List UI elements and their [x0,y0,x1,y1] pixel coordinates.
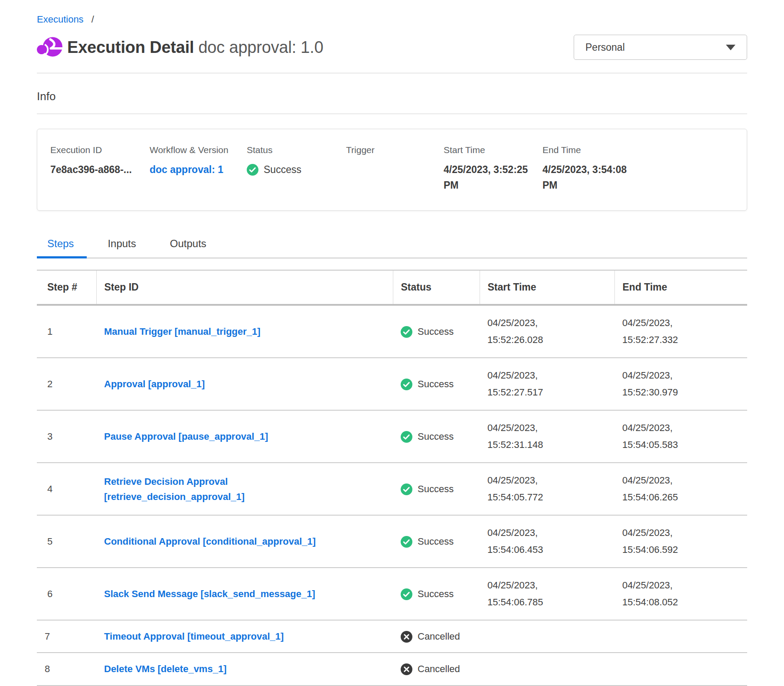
tab-outputs[interactable]: Outputs [157,235,219,258]
status-label: Cancelled [418,631,460,642]
steps-table: Step # Step ID Status Start Time End Tim… [37,270,747,686]
start-time: 04/25/2023, 15:52:27.517 [480,358,614,410]
step-id-cell: Manual Trigger [manual_trigger_1] [96,305,393,358]
column-header-start-time: Start Time [480,270,614,305]
tab-steps[interactable]: Steps [37,235,87,258]
end-time: 04/25/2023, 15:52:27.332 [614,305,747,358]
table-row: 8Delete VMs [delete_vms_1]Cancelled [37,653,747,685]
status-badge: Success [393,358,480,410]
status-badge: Success [393,463,480,515]
status-label: Success [418,431,454,442]
end-time: 04/25/2023, 15:54:06.592 [614,515,747,568]
step-number: 4 [37,463,96,515]
info-value: 4/25/2023, 3:54:08 PM [542,162,633,193]
info-label: Execution ID [50,145,150,155]
step-link[interactable]: Pause Approval [pause_approval_1] [104,429,268,444]
info-field-execution-id: Execution ID7e8ac396-a868-... [50,145,150,193]
status-label: Cancelled [418,663,460,674]
info-label: Start Time [444,145,542,155]
tab-inputs[interactable]: Inputs [95,235,149,258]
status-badge: Success [393,410,480,463]
cancelled-icon [401,631,412,643]
column-header-end-time: End Time [614,270,747,305]
status-badge: Success [393,515,480,568]
info-field-end-time: End Time4/25/2023, 3:54:08 PM [542,145,734,193]
success-icon [401,326,412,338]
step-id-cell: Retrieve Decision Approval [retrieve_dec… [96,463,393,515]
table-row: 3Pause Approval [pause_approval_1]Succes… [37,410,747,463]
scope-dropdown-value: Personal [585,42,625,53]
status-label: Success [264,162,301,178]
end-time: 04/25/2023, 15:54:06.265 [614,463,747,515]
step-link[interactable]: Slack Send Message [slack_send_message_1… [104,586,315,601]
info-field-start-time: Start Time4/25/2023, 3:52:25 PM [444,145,542,193]
execution-detail-page: Executions / Execution Detaildoc approva… [0,0,784,686]
page-title-group: Execution Detaildoc approval: 1.0 [37,35,323,60]
status-badge: Cancelled [393,653,480,685]
end-time: 04/25/2023, 15:52:30.979 [614,358,747,410]
info-field-status: StatusSuccess [247,145,346,193]
end-time [614,653,747,685]
end-time: 04/25/2023, 15:54:08.052 [614,568,747,620]
start-time [480,620,614,653]
status-label: Success [418,483,454,494]
success-icon [401,431,412,443]
column-header-step-number: Step # [37,270,96,305]
workflow-version-link[interactable]: doc approval: 1 [150,164,223,175]
info-field-trigger: Trigger [346,145,444,193]
status-label: Success [418,588,454,599]
success-icon [401,588,412,600]
info-value: 7e8ac396-a868-... [50,164,132,175]
tabs-bar: Steps Inputs Outputs [37,235,747,258]
table-row: 6Slack Send Message [slack_send_message_… [37,568,747,620]
step-id-cell: Slack Send Message [slack_send_message_1… [96,568,393,620]
step-number: 1 [37,305,96,358]
info-divider [37,114,747,114]
status-badge: Success [393,568,480,620]
steps-table-header: Step # Step ID Status Start Time End Tim… [37,270,747,305]
step-link[interactable]: Retrieve Decision Approval [retrieve_dec… [104,474,369,504]
workflow-brand-icon [37,35,63,60]
success-icon [247,164,258,176]
table-row: 1Manual Trigger [manual_trigger_1]Succes… [37,305,747,358]
header-row: Step # Step ID Status Start Time End Tim… [37,270,747,305]
success-icon [401,483,412,495]
step-link[interactable]: Timeout Approval [timeout_approval_1] [104,629,284,644]
step-link[interactable]: Manual Trigger [manual_trigger_1] [104,324,261,339]
info-label: Workflow & Version [150,145,247,155]
success-icon [401,379,412,390]
info-section-title: Info [37,90,747,103]
cancelled-icon [401,663,412,675]
info-field-workflow-version: Workflow & Versiondoc approval: 1 [150,145,247,193]
table-row: 2Approval [approval_1]Success04/25/2023,… [37,358,747,410]
status-label: Success [418,326,454,337]
step-link[interactable]: Conditional Approval [conditional_approv… [104,534,316,549]
step-id-cell: Conditional Approval [conditional_approv… [96,515,393,568]
table-row: 5Conditional Approval [conditional_appro… [37,515,747,568]
start-time: 04/25/2023, 15:54:06.785 [480,568,614,620]
column-header-step-id: Step ID [96,270,393,305]
info-label: End Time [542,145,734,155]
scope-dropdown[interactable]: Personal [574,35,747,60]
step-id-cell: Approval [approval_1] [96,358,393,410]
end-time: 04/25/2023, 15:54:05.583 [614,410,747,463]
column-header-status: Status [393,270,480,305]
header-divider [37,73,747,73]
step-number: 6 [37,568,96,620]
step-link[interactable]: Approval [approval_1] [104,376,205,392]
step-id-cell: Delete VMs [delete_vms_1] [96,653,393,685]
step-link[interactable]: Delete VMs [delete_vms_1] [104,661,226,676]
chevron-down-icon [726,45,735,50]
status-badge: Cancelled [393,620,480,653]
info-label: Trigger [346,145,444,155]
table-row: 4Retrieve Decision Approval [retrieve_de… [37,463,747,515]
status-label: Success [418,536,454,547]
table-row: 7Timeout Approval [timeout_approval_1]Ca… [37,620,747,653]
start-time [480,653,614,685]
page-header: Execution Detaildoc approval: 1.0 Person… [37,35,747,60]
start-time: 04/25/2023, 15:54:06.453 [480,515,614,568]
breadcrumb-executions-link[interactable]: Executions [37,14,84,25]
step-number: 5 [37,515,96,568]
breadcrumb-separator: / [91,14,94,25]
success-icon [401,536,412,548]
